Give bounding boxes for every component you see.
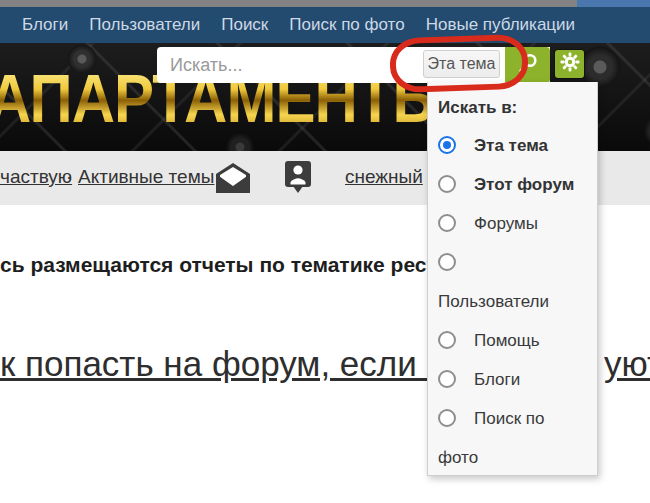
radio-icon[interactable] [438,253,456,271]
menu-option-blogs[interactable]: Блоги [438,360,591,399]
topic-description-text: сь размещаются отчеты по тематике ресурс… [0,253,480,277]
radio-icon[interactable] [438,214,456,232]
menu-option-photo-search-label[interactable]: фото [438,438,591,477]
nav-item-new-posts[interactable]: Новые публикации [426,15,575,35]
menu-option-users-label[interactable]: Пользователи [438,282,591,321]
link-active-topics[interactable]: Активные темы [78,166,214,188]
search-bar[interactable]: Искать... Эта тема [157,47,550,83]
big-topic-link-right[interactable]: уют [604,344,650,384]
radio-selected-icon[interactable] [438,136,456,154]
search-submit-button[interactable] [505,47,550,83]
search-scope-button[interactable]: Эта тема [423,50,500,78]
option-label: Поиск по [474,409,545,428]
search-input[interactable]: Искать... [170,47,242,83]
search-settings-button[interactable] [555,50,584,78]
profile-card-button[interactable] [285,161,311,198]
search-scope-menu: Искать в: Эта тема Этот форум Форумы Пол… [427,82,598,476]
radio-icon[interactable] [438,370,456,388]
big-topic-link-left[interactable]: к попасть на форум, если е [0,344,446,384]
option-label: Форумы [474,214,538,233]
option-label: Помощь [474,331,540,350]
radio-icon[interactable] [438,409,456,427]
radio-icon[interactable] [438,331,456,349]
nav-item-photo-search[interactable]: Поиск по фото [289,15,404,35]
radio-icon[interactable] [438,175,456,193]
menu-option-photo-search[interactable]: Поиск по [438,399,591,438]
menu-option-this-forum[interactable]: Этот форум [438,165,591,204]
top-blue-strip [577,0,650,7]
nav-item-users[interactable]: Пользователи [89,15,200,35]
menu-option-help[interactable]: Помощь [438,321,591,360]
menu-option-forums[interactable]: Форумы [438,204,591,243]
option-label: Этот форум [474,175,574,194]
forum-page: АПАРТАМЕНТЫ Блоги Пользователи Поиск Пои… [0,0,650,503]
top-gray-strip [0,0,650,7]
user-card-icon [285,180,311,197]
toolbar-separator: · [66,166,72,188]
menu-header: Искать в: [438,90,591,126]
nav-item-blogs[interactable]: Блоги [22,15,68,35]
menu-option-users[interactable] [438,243,591,282]
option-label: Эта тема [474,136,548,155]
magnifier-icon [517,52,539,78]
main-navbar: Блоги Пользователи Поиск Поиск по фото Н… [0,7,650,43]
option-label: Блоги [474,370,520,389]
nav-item-search[interactable]: Поиск [221,15,268,35]
link-participating[interactable]: частвую [0,166,72,188]
open-envelope-icon [215,180,251,197]
gear-icon [560,52,580,76]
link-username[interactable]: снежный [345,166,423,188]
menu-option-this-topic[interactable]: Эта тема [438,126,591,165]
messages-button[interactable] [215,162,251,198]
